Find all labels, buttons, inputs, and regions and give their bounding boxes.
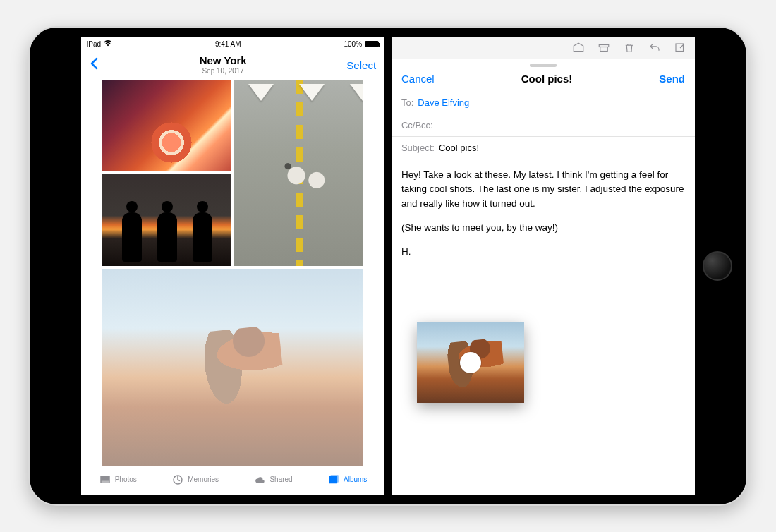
to-recipient[interactable]: Dave Elfving xyxy=(418,97,469,108)
to-field[interactable]: To: Dave Elfving xyxy=(392,92,695,114)
wifi-icon xyxy=(104,40,112,48)
compose-body[interactable]: Hey! Take a look at these. My latest. I … xyxy=(392,159,695,277)
select-button[interactable]: Select xyxy=(346,59,376,71)
body-paragraph: H. xyxy=(401,245,685,259)
split-view-divider[interactable] xyxy=(384,37,392,495)
status-time: 9:41 AM xyxy=(215,40,241,48)
tab-photos[interactable]: Photos xyxy=(99,473,137,486)
status-bar: iPad 9:41 AM 100% xyxy=(81,37,384,50)
photos-app: iPad 9:41 AM 100% New York Sep 10, 2 xyxy=(81,37,384,495)
archive-icon xyxy=(598,42,610,59)
photos-nav-bar: New York Sep 10, 2017 Select xyxy=(81,50,384,80)
photo-thumbnail[interactable] xyxy=(102,174,231,266)
field-label: To: xyxy=(401,97,413,108)
svg-rect-4 xyxy=(331,475,339,483)
folder-icon xyxy=(572,42,585,59)
body-paragraph: (She wants to meet you, by the way!) xyxy=(401,221,685,235)
dragged-photo[interactable] xyxy=(417,322,524,403)
tab-label: Memories xyxy=(188,476,219,483)
photo-thumbnail-dragging-source[interactable] xyxy=(102,269,363,466)
carrier-label: iPad xyxy=(87,40,101,48)
compose-icon xyxy=(674,42,686,59)
ipad-frame: iPad 9:41 AM 100% New York Sep 10, 2 xyxy=(28,26,748,506)
send-button[interactable]: Send xyxy=(659,73,685,85)
body-paragraph: Hey! Take a look at these. My latest. I … xyxy=(401,168,685,211)
subject-field[interactable]: Subject: Cool pics! xyxy=(392,137,695,159)
svg-rect-7 xyxy=(676,44,684,52)
tab-label: Photos xyxy=(115,476,137,483)
photo-grid xyxy=(81,80,384,464)
album-title: New York xyxy=(200,55,247,67)
tab-label: Albums xyxy=(344,476,367,483)
photo-thumbnail[interactable] xyxy=(234,80,363,266)
field-label: Subject: xyxy=(401,143,435,153)
compose-nav: Cancel Cool pics! Send xyxy=(392,67,695,92)
photo-thumbnail[interactable] xyxy=(102,80,231,171)
battery-icon xyxy=(365,41,379,47)
mail-background-toolbar xyxy=(392,37,695,59)
field-label: Cc/Bcc: xyxy=(401,120,433,131)
compose-sheet: Cancel Cool pics! Send To: Dave Elfving … xyxy=(392,59,695,495)
screen: iPad 9:41 AM 100% New York Sep 10, 2 xyxy=(81,37,695,495)
touch-indicator xyxy=(460,352,481,373)
photos-tab-bar: Photos Memories Shared Albums xyxy=(81,464,384,495)
album-date: Sep 10, 2017 xyxy=(200,67,247,75)
home-button[interactable] xyxy=(703,251,732,281)
tab-label: Shared xyxy=(269,476,292,483)
svg-rect-6 xyxy=(600,47,608,52)
nav-title: New York Sep 10, 2017 xyxy=(200,55,247,75)
trash-icon xyxy=(623,42,636,59)
subject-value: Cool pics! xyxy=(439,143,479,153)
compose-title: Cool pics! xyxy=(521,73,573,85)
cancel-button[interactable]: Cancel xyxy=(401,73,435,85)
battery-pct: 100% xyxy=(344,40,362,48)
ccbcc-field[interactable]: Cc/Bcc: xyxy=(392,114,695,137)
back-button[interactable] xyxy=(90,56,99,73)
reply-icon xyxy=(648,42,661,59)
svg-rect-1 xyxy=(101,480,109,483)
tab-shared[interactable]: Shared xyxy=(253,473,292,486)
tab-albums[interactable]: Albums xyxy=(327,473,367,486)
tab-memories[interactable]: Memories xyxy=(171,473,219,486)
mail-app: Cancel Cool pics! Send To: Dave Elfving … xyxy=(392,37,695,495)
